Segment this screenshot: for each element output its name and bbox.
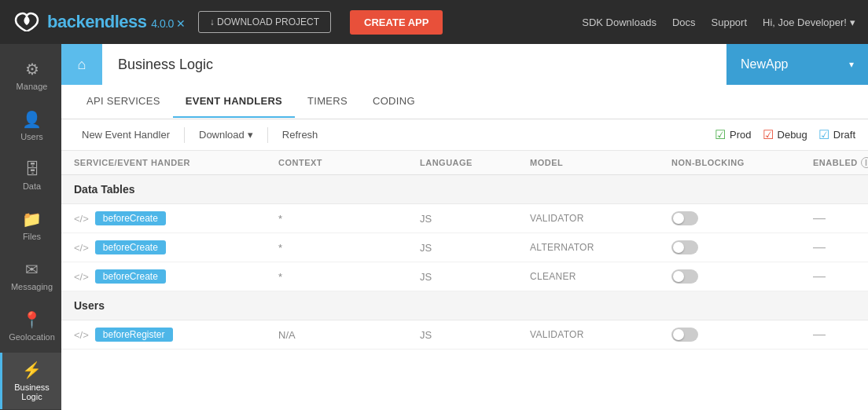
new-event-handler-button[interactable]: New Event Handler: [74, 126, 178, 144]
col-service-event: SERVICE/EVENT HANDER: [74, 158, 278, 167]
table-row: </> beforeCreate * JS VALIDATOR — ☰ ✕: [61, 204, 868, 233]
sidebar-item-data[interactable]: 🗄 Data: [0, 152, 61, 199]
tag-badge[interactable]: beforeCreate: [95, 240, 166, 254]
sidebar-item-users[interactable]: 👤 Users: [0, 102, 61, 149]
logo-text: backendless 4.0.0 ✕: [47, 12, 186, 32]
toggle-3[interactable]: [671, 269, 698, 284]
files-icon: 📁: [22, 210, 42, 229]
enabled-cell: —: [813, 269, 868, 284]
model-cell: VALIDATOR: [530, 329, 671, 340]
download-project-button[interactable]: ↓ DOWNLOAD PROJECT: [198, 11, 331, 33]
filter-prod[interactable]: ☑ Prod: [715, 127, 751, 142]
model-cell: VALIDATOR: [530, 213, 671, 224]
col-enabled: ENABLED i: [813, 157, 868, 168]
non-blocking-cell: [671, 240, 813, 254]
action-divider-2: [267, 127, 268, 143]
draft-label: Draft: [833, 129, 855, 141]
sidebar-item-manage[interactable]: ⚙ Manage: [0, 52, 61, 99]
app-selector[interactable]: NewApp ▾: [726, 44, 868, 85]
docs-link[interactable]: Docs: [672, 16, 696, 28]
col-non-blocking: NON-BLOCKING: [671, 158, 813, 167]
tab-api-services[interactable]: API SERVICES: [74, 86, 173, 118]
tag-badge[interactable]: beforeRegister: [95, 328, 173, 342]
download-button[interactable]: Download ▾: [191, 126, 261, 144]
data-icon: 🗄: [24, 160, 40, 178]
table-container: SERVICE/EVENT HANDER CONTEXT LANGUAGE MO…: [61, 151, 868, 410]
enabled-info-icon[interactable]: i: [861, 157, 868, 168]
filter-debug[interactable]: ☑ Debug: [763, 127, 807, 142]
col-context: CONTEXT: [278, 158, 420, 167]
home-button[interactable]: ⌂: [61, 44, 102, 85]
row-label: </> beforeCreate: [74, 269, 278, 284]
sidebar-item-messaging[interactable]: ✉ Messaging: [0, 252, 61, 299]
enabled-cell: —: [813, 328, 868, 342]
main-content: ⌂ Business Logic NewApp ▾ API SERVICES E…: [61, 44, 868, 410]
sidebar-item-business-logic[interactable]: ⚡ Business Logic: [0, 353, 61, 409]
messaging-icon: ✉: [25, 260, 39, 279]
filter-group: ☑ Prod ☑ Debug ☑ Draft: [715, 127, 855, 142]
users-icon: 👤: [22, 110, 42, 129]
tab-coding[interactable]: CODING: [360, 86, 428, 118]
user-menu[interactable]: Hi, Joe Developer! ▾: [763, 16, 855, 28]
download-arrow-icon: ▾: [248, 129, 253, 141]
table-row: </> beforeRegister N/A JS VALIDATOR — ☰ …: [61, 320, 868, 350]
enabled-label: ENABLED: [813, 158, 858, 167]
language-cell: JS: [420, 271, 530, 283]
sidebar-item-geolocation-label: Geolocation: [9, 332, 55, 342]
app-selector-arrow: ▾: [849, 59, 854, 70]
page-title: Business Logic: [102, 44, 726, 85]
sidebar-item-files-label: Files: [23, 232, 41, 241]
business-logic-icon: ⚡: [22, 361, 42, 379]
toggle-2[interactable]: [671, 240, 698, 254]
language-cell: JS: [420, 213, 530, 225]
refresh-button[interactable]: Refresh: [274, 126, 326, 144]
sdk-downloads-link[interactable]: SDK Downloads: [582, 16, 657, 28]
enabled-cell: —: [813, 240, 868, 254]
logo-brand: backendless: [47, 12, 147, 31]
prod-checkbox-icon: ☑: [715, 127, 726, 142]
debug-label: Debug: [778, 129, 807, 141]
action-divider-1: [184, 127, 185, 143]
debug-checkbox-icon: ☑: [763, 127, 774, 142]
tabs-bar: API SERVICES EVENT HANDLERS TIMERS CODIN…: [61, 85, 868, 119]
sidebar-item-business-logic-label: Business Logic: [7, 383, 57, 401]
logo-icon: [13, 9, 41, 35]
enabled-cell: —: [813, 211, 868, 225]
col-model: MODEL: [530, 158, 671, 167]
nav-links: SDK Downloads Docs Support Hi, Joe Devel…: [582, 16, 855, 28]
geolocation-icon: 📍: [22, 310, 42, 329]
tab-event-handlers[interactable]: EVENT HANDLERS: [173, 86, 295, 118]
row-label: </> beforeCreate: [74, 240, 278, 254]
model-cell: CLEANER: [530, 271, 671, 282]
section-data-tables: Data Tables: [61, 175, 868, 204]
download-button-label: Download: [199, 129, 245, 141]
user-menu-label: Hi, Joe Developer!: [763, 16, 847, 28]
filter-draft[interactable]: ☑ Draft: [818, 127, 855, 142]
tag-badge[interactable]: beforeCreate: [95, 211, 166, 225]
table-row: </> beforeCreate * JS ALTERNATOR — ☰ ✕: [61, 233, 868, 262]
non-blocking-cell: [671, 269, 813, 284]
tag-badge[interactable]: beforeCreate: [95, 269, 166, 284]
toggle-1[interactable]: [671, 211, 698, 225]
draft-checkbox-icon: ☑: [818, 127, 829, 142]
create-app-button[interactable]: CREATE APP: [350, 10, 443, 35]
code-icon-4: </>: [74, 329, 89, 341]
sidebar-item-data-label: Data: [23, 181, 41, 191]
tab-timers[interactable]: TIMERS: [295, 86, 360, 118]
code-icon-1: </>: [74, 213, 89, 225]
prod-label: Prod: [730, 129, 751, 141]
manage-icon: ⚙: [25, 60, 39, 79]
user-menu-arrow: ▾: [850, 16, 855, 28]
row-label: </> beforeRegister: [74, 328, 278, 342]
top-nav: backendless 4.0.0 ✕ ↓ DOWNLOAD PROJECT C…: [0, 0, 868, 44]
sidebar-item-files[interactable]: 📁 Files: [0, 202, 61, 249]
sidebar-item-users-label: Users: [20, 132, 43, 141]
table-header: SERVICE/EVENT HANDER CONTEXT LANGUAGE MO…: [61, 151, 868, 175]
toggle-4[interactable]: [671, 328, 698, 342]
support-link[interactable]: Support: [712, 16, 748, 28]
sidebar-item-messaging-label: Messaging: [11, 282, 53, 291]
code-icon-3: </>: [74, 271, 89, 283]
col-language: LANGUAGE: [420, 158, 530, 167]
sidebar-item-geolocation[interactable]: 📍 Geolocation: [0, 302, 61, 350]
action-bar: New Event Handler Download ▾ Refresh ☑ P…: [61, 119, 868, 151]
